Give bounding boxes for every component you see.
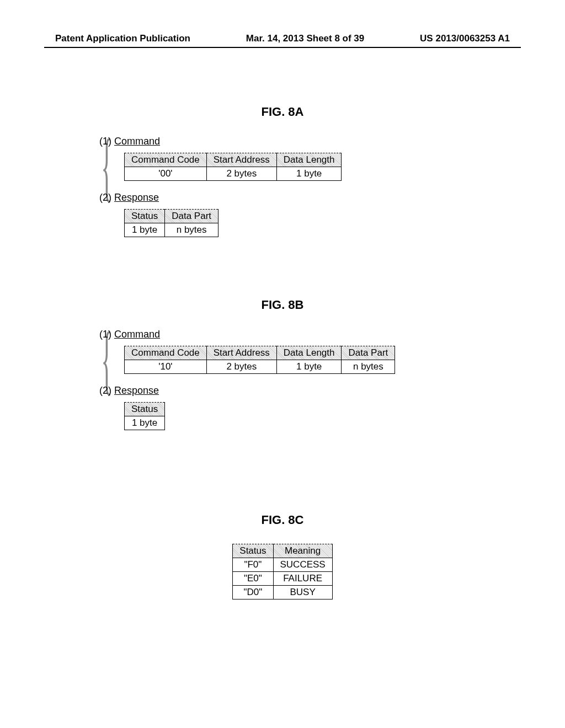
command-label: (1) Command: [99, 136, 565, 147]
table-cell: 1 byte: [125, 223, 165, 237]
table-cell: 1 byte: [276, 167, 342, 181]
table-cell: '00': [125, 167, 207, 181]
figure-title: FIG. 8A: [0, 105, 565, 119]
table-cell: '10': [125, 360, 207, 374]
table-cell: 2 bytes: [206, 167, 276, 181]
response-label: (2) Response: [99, 192, 565, 204]
table-cell: SUCCESS: [273, 558, 332, 572]
table-cell: 2 bytes: [206, 360, 276, 374]
table-header: Status: [233, 544, 273, 558]
table-header: Status: [125, 403, 165, 416]
header-center: Mar. 14, 2013 Sheet 8 of 39: [246, 33, 365, 44]
header-left: Patent Application Publication: [55, 33, 190, 44]
table-cell: 1 byte: [125, 416, 165, 430]
table-header: Data Part: [342, 346, 395, 360]
page-header: Patent Application Publication Mar. 14, …: [0, 33, 565, 44]
table-cell: n bytes: [342, 360, 395, 374]
command-table: Command Code Start Address Data Length D…: [124, 346, 395, 374]
table-header: Data Length: [276, 153, 342, 167]
table-header: Data Length: [276, 346, 342, 360]
table-header: Meaning: [273, 544, 332, 558]
header-right: US 2013/0063253 A1: [420, 33, 510, 44]
table-cell: BUSY: [273, 586, 332, 599]
figure-8a: FIG. 8A (1) Command Command Code Start A…: [0, 105, 565, 248]
command-label: (1) Command: [99, 329, 565, 340]
command-table: Command Code Start Address Data Length '…: [124, 153, 342, 181]
table-cell: 1 byte: [276, 360, 342, 374]
table-cell: n bytes: [165, 223, 218, 237]
table-header: Start Address: [206, 153, 276, 167]
table-cell: "E0": [233, 572, 273, 586]
response-table: Status 1 byte: [124, 402, 165, 430]
response-label: (2) Response: [99, 385, 565, 397]
table-cell: "F0": [233, 558, 273, 572]
figure-8c: FIG. 8C Status Meaning "F0" SUCCESS "E0"…: [0, 513, 565, 611]
table-header: Status: [125, 210, 165, 223]
table-header: Data Part: [165, 210, 218, 223]
table-header: Start Address: [206, 346, 276, 360]
header-divider: [44, 47, 521, 48]
figure-8b: FIG. 8B (1) Command Command Code Start A…: [0, 298, 565, 441]
figure-title: FIG. 8C: [0, 513, 565, 527]
figure-title: FIG. 8B: [0, 298, 565, 312]
response-table: Status Data Part 1 byte n bytes: [124, 209, 218, 237]
table-header: Command Code: [125, 153, 207, 167]
table-cell: FAILURE: [273, 572, 332, 586]
table-cell: "D0": [233, 586, 273, 599]
table-header: Command Code: [125, 346, 207, 360]
status-table: Status Meaning "F0" SUCCESS "E0" FAILURE…: [232, 544, 332, 599]
